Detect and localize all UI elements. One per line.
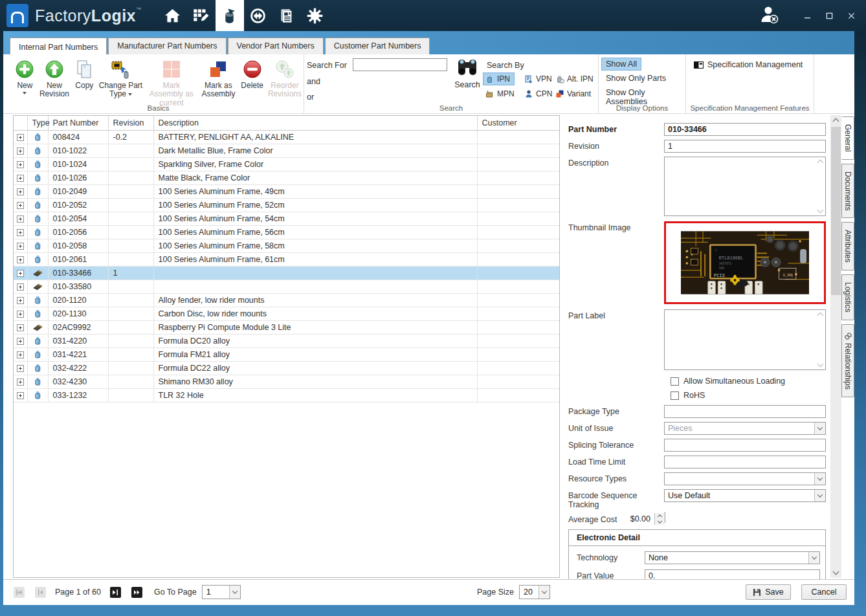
reorder-revisions-button[interactable]: Reorder Revisions: [266, 58, 304, 100]
table-row[interactable]: 010-33466 1: [14, 266, 559, 280]
change-part-type-button[interactable]: Change Part Type: [97, 58, 145, 100]
column-type[interactable]: Type: [27, 116, 48, 130]
table-row[interactable]: 010-1026 Matte Black, Frame Color: [14, 171, 559, 184]
maximize-icon[interactable]: [825, 11, 834, 20]
table-row[interactable]: 02AC9992 Raspberry Pi Compute Module 3 L…: [14, 320, 559, 334]
expand-plus-icon[interactable]: [17, 324, 24, 331]
part-number-input[interactable]: [664, 123, 826, 136]
description-textarea[interactable]: [664, 157, 826, 216]
close-icon[interactable]: [847, 11, 856, 20]
first-page-button[interactable]: [14, 587, 25, 598]
table-row[interactable]: 010-2049 100 Series Aluminum Frame, 49cm: [14, 184, 559, 198]
show-all-option[interactable]: Show All: [601, 58, 641, 71]
table-row[interactable]: 008424 -0.2 BATTERY, PENLIGHT AA, ALKALI…: [14, 130, 559, 144]
expand-plus-icon[interactable]: [17, 229, 24, 236]
row-expand-cell[interactable]: [14, 266, 27, 280]
production-planning-icon[interactable]: [187, 0, 216, 31]
expand-plus-icon[interactable]: [17, 215, 24, 223]
next-page-button[interactable]: [110, 587, 121, 598]
expand-plus-icon[interactable]: [17, 379, 24, 386]
tab-documents[interactable]: Documents: [841, 164, 854, 219]
expand-plus-icon[interactable]: [17, 243, 24, 250]
column-description[interactable]: Description: [153, 116, 477, 130]
expand-plus-icon[interactable]: [17, 256, 24, 263]
row-expand-cell[interactable]: [14, 280, 27, 293]
table-row[interactable]: 010-2058 100 Series Aluminum Frame, 58cm: [14, 239, 559, 252]
search-by-mpn[interactable]: MPN: [483, 87, 519, 100]
row-expand-cell[interactable]: [14, 239, 27, 252]
scroll-up-icon[interactable]: [833, 118, 839, 125]
expand-plus-icon[interactable]: [17, 175, 24, 182]
search-by-vpn[interactable]: VPN: [522, 72, 557, 85]
scrollbar-thumb[interactable]: [831, 127, 841, 295]
table-row[interactable]: 033-1232 TLR 32 Hole: [14, 388, 559, 402]
home-icon[interactable]: [159, 0, 187, 31]
thumbnail-image[interactable]: RTL8100BL 34370T1 32K S_IRQ: [664, 221, 826, 304]
average-cost-spinner[interactable]: $0.00: [664, 512, 665, 523]
page-size-select[interactable]: 20: [519, 585, 550, 599]
row-expand-cell[interactable]: [14, 334, 27, 347]
row-expand-cell[interactable]: [14, 361, 27, 375]
table-row[interactable]: 010-33580: [14, 280, 559, 293]
revision-input[interactable]: [664, 140, 826, 153]
row-expand-cell[interactable]: [14, 347, 27, 361]
table-row[interactable]: 020-1120 Alloy fender, low rider mounts: [14, 293, 559, 307]
expand-plus-icon[interactable]: [17, 297, 24, 304]
search-by-ipn[interactable]: IPN: [483, 72, 515, 85]
table-row[interactable]: 010-2056 100 Series Aluminum Frame, 56cm: [14, 225, 559, 239]
tab-customer-part-numbers[interactable]: Customer Part Numbers: [325, 38, 430, 54]
row-expand-cell[interactable]: [14, 320, 27, 334]
table-row[interactable]: 032-4222 Formula DC22 alloy: [14, 361, 559, 375]
table-row[interactable]: 010-2054 100 Series Aluminum Frame, 54cm: [14, 212, 559, 225]
search-by-alt-ipn[interactable]: Alt. IPN: [553, 72, 598, 85]
row-expand-cell[interactable]: [14, 144, 27, 157]
table-row[interactable]: 031-4220 Formula DC20 alloy: [14, 334, 559, 347]
row-expand-cell[interactable]: [14, 293, 27, 307]
go-to-page-select[interactable]: 1: [202, 585, 241, 599]
copy-button[interactable]: Copy: [72, 58, 97, 91]
tab-general[interactable]: General: [841, 116, 854, 160]
search-by-cpn[interactable]: CPN: [522, 87, 557, 100]
new-button[interactable]: New: [13, 58, 37, 96]
save-button[interactable]: Save: [746, 584, 791, 600]
column-part-number[interactable]: Part Number: [48, 116, 108, 130]
row-expand-cell[interactable]: [14, 130, 27, 144]
part-label-textarea[interactable]: [664, 309, 826, 370]
previous-page-button[interactable]: [35, 587, 46, 598]
search-by-variant[interactable]: Variant: [553, 87, 595, 100]
dispatch-icon[interactable]: [244, 0, 272, 31]
expand-plus-icon[interactable]: [17, 338, 24, 345]
parts-materials-icon[interactable]: [216, 0, 244, 31]
expand-plus-icon[interactable]: [17, 161, 24, 168]
allow-simultaneous-loading-checkbox[interactable]: [671, 377, 679, 386]
part-value-input[interactable]: [645, 569, 820, 579]
table-row[interactable]: 032-4230 Shimano RM30 alloy: [14, 375, 559, 388]
expand-plus-icon[interactable]: [17, 283, 24, 291]
tab-logistics[interactable]: Logistics: [841, 274, 854, 320]
table-row[interactable]: 010-2052 100 Series Aluminum Frame, 52cm: [14, 198, 559, 212]
table-row[interactable]: 010-1024 Sparkling Silver, Frame Color: [14, 157, 559, 171]
reports-icon[interactable]: [272, 0, 301, 31]
last-page-button[interactable]: [131, 587, 142, 598]
expand-plus-icon[interactable]: [17, 148, 24, 155]
search-button-label[interactable]: Search: [448, 80, 487, 89]
new-revision-button[interactable]: New Revision: [37, 58, 72, 100]
package-type-input[interactable]: [664, 405, 826, 418]
expand-plus-icon[interactable]: [17, 134, 24, 141]
row-expand-cell[interactable]: [14, 198, 27, 212]
spinner-arrows-icon[interactable]: [654, 513, 665, 525]
expand-plus-icon[interactable]: [17, 351, 24, 358]
row-expand-cell[interactable]: [14, 252, 27, 266]
column-revision[interactable]: Revision: [108, 116, 153, 130]
table-row[interactable]: 010-1022 Dark Metallic Blue, Frame Color: [14, 144, 559, 157]
scroll-down-icon[interactable]: [833, 569, 839, 575]
table-row[interactable]: 010-2061 100 Series Aluminum Frame, 61cm: [14, 252, 559, 266]
show-only-parts-option[interactable]: Show Only Parts: [601, 72, 671, 85]
splicing-tolerance-input[interactable]: [664, 439, 826, 452]
tab-attributes[interactable]: Attributes: [841, 222, 854, 270]
minimize-icon[interactable]: [803, 11, 812, 20]
expand-plus-icon[interactable]: [17, 392, 24, 399]
mark-assembly-as-current-button[interactable]: Mark Assembly as current: [144, 58, 198, 109]
expand-plus-icon[interactable]: [17, 202, 24, 209]
row-expand-cell[interactable]: [14, 307, 27, 320]
